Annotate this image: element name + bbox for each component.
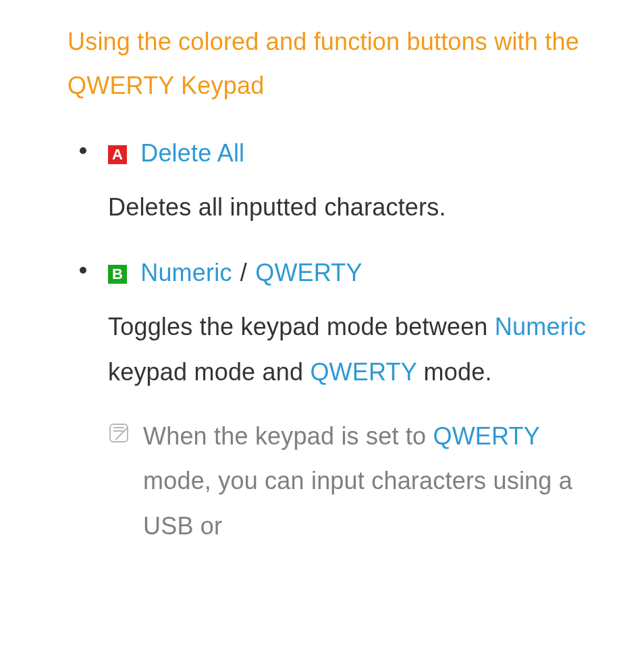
item-title: A Delete All [108,131,614,176]
section-title: Using the colored and function buttons w… [68,20,614,108]
desc-highlight: QWERTY [310,358,417,386]
desc-text: Deletes all inputted characters. [108,193,446,221]
list-item: B Numeric / QWERTY Toggles the keypad mo… [68,251,614,549]
b-button-badge: B [108,265,127,284]
bullet-icon [80,267,86,274]
term-qwerty: QWERTY [255,259,363,286]
note-pre: When the keypad is set to [143,422,433,450]
list-item: A Delete All Deletes all inputted charac… [68,131,614,230]
separator: / [234,259,254,286]
document-page: Using the colored and function buttons w… [0,0,644,549]
item-description: Toggles the keypad mode between Numeric … [108,305,614,395]
item-list: A Delete All Deletes all inputted charac… [68,131,614,549]
term-delete-all: Delete All [140,139,244,167]
item-description: Deletes all inputted characters. [108,185,614,230]
note-block: When the keypad is set to QWERTY mode, y… [108,414,614,549]
note-highlight: QWERTY [433,422,539,450]
desc-mid: keypad mode and [108,358,310,386]
term-numeric: Numeric [140,259,232,286]
note-post: mode, you can input characters using a U… [143,467,572,540]
item-title: B Numeric / QWERTY [108,251,614,296]
bullet-icon [80,147,86,154]
a-button-badge: A [108,145,127,164]
desc-highlight: Numeric [495,313,586,340]
note-icon [109,424,128,442]
desc-post: mode. [417,358,491,386]
desc-pre: Toggles the keypad mode between [108,313,495,340]
